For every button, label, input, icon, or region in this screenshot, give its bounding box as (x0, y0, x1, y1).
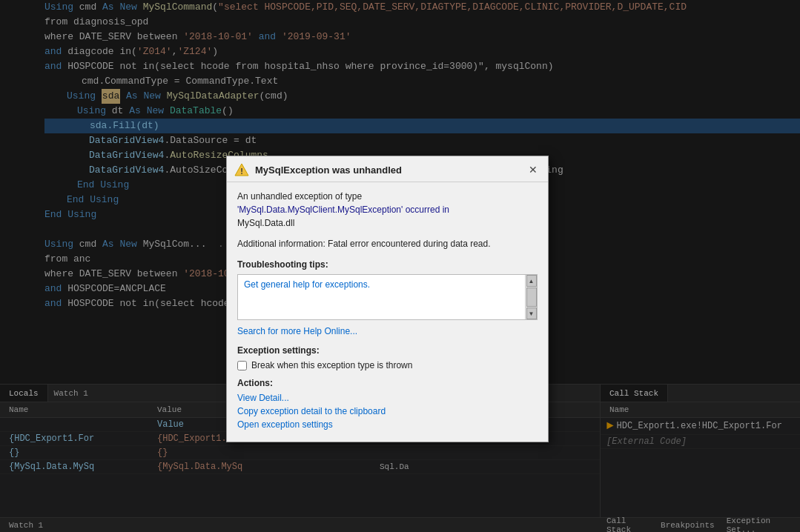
break-on-exception-checkbox[interactable] (237, 361, 247, 370)
copy-exception-link[interactable]: Copy exception detail to the clipboard (237, 406, 538, 416)
tips-content: Get general help for exceptions. (238, 275, 537, 319)
exception-description: An unhandled exception of type 'MySql.Da… (237, 190, 538, 230)
exception-settings-title: Exception settings: (237, 345, 538, 356)
break-on-exception-row: Break when this exception type is thrown (237, 360, 538, 370)
search-more-link[interactable]: Search for more Help Online... (237, 326, 538, 336)
tips-scrollbar: ▲ ▼ (525, 275, 537, 319)
scroll-thumb[interactable] (526, 287, 537, 307)
dialog-title: MySqlException was unhandled (255, 164, 526, 176)
actions-section: Actions: View Detail... Copy exception d… (237, 378, 538, 430)
additional-info: Additional information: Fatal error enco… (237, 237, 538, 250)
open-settings-link[interactable]: Open exception settings (237, 419, 538, 430)
svg-text:!: ! (240, 167, 243, 176)
scroll-down-btn[interactable]: ▼ (526, 307, 537, 319)
actions-title: Actions: (237, 378, 538, 388)
warning-icon: ! (234, 162, 249, 177)
scroll-up-btn[interactable]: ▲ (526, 275, 537, 287)
exception-settings-section: Exception settings: Break when this exce… (237, 345, 538, 370)
dialog-overlay: ! MySqlException was unhandled ✕ An unha… (0, 0, 800, 532)
dialog-titlebar: ! MySqlException was unhandled ✕ (227, 156, 548, 182)
troubleshooting-title: Troubleshooting tips: (237, 259, 538, 270)
break-on-exception-label: Break when this exception type is thrown (251, 360, 412, 370)
exception-dialog: ! MySqlException was unhandled ✕ An unha… (226, 156, 549, 442)
tips-link[interactable]: Get general help for exceptions. (244, 279, 370, 290)
tips-box: Get general help for exceptions. ▲ ▼ (237, 274, 538, 320)
view-detail-link[interactable]: View Detail... (237, 393, 538, 403)
dialog-body: An unhandled exception of type 'MySql.Da… (227, 182, 548, 442)
code-editor: Using cmd As New MySqlCommand ( "select … (0, 0, 800, 532)
dialog-close-button[interactable]: ✕ (526, 162, 541, 177)
